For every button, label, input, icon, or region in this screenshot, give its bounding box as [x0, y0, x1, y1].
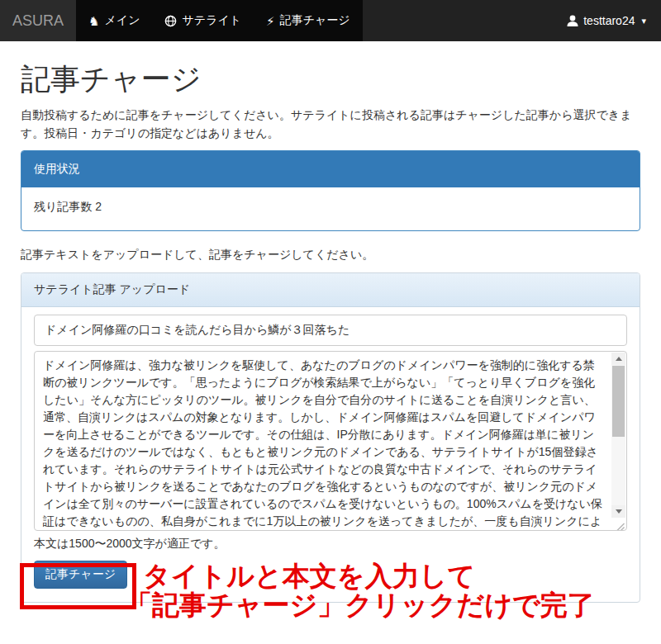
article-title-input[interactable] — [34, 315, 627, 346]
page: ASURA ♞ メイン サテライト ⚡ 記事チャージ — [0, 0, 661, 644]
main-content: 記事チャージ 自動投稿するために記事をチャージしてください。サテライトに投稿され… — [21, 62, 640, 603]
upload-panel-body: ドメイン阿修羅は、強力な被リンクを駆使して、あなたのブログのドメインパワーを強制… — [21, 307, 640, 602]
page-title: 記事チャージ — [21, 62, 640, 96]
user-name: testtaro24 — [583, 14, 635, 27]
nav-item-label: メイン — [104, 13, 140, 28]
knight-icon: ♞ — [88, 15, 99, 27]
upload-panel: サテライト記事 アップロード ドメイン阿修羅は、強力な被リンクを駆使して、あなた… — [21, 272, 640, 603]
body-length-hint: 本文は1500〜2000文字が適正です。 — [34, 535, 627, 552]
main-nav: ♞ メイン サテライト ⚡ 記事チャージ — [76, 0, 363, 41]
textarea-scrollbar[interactable] — [611, 353, 625, 518]
nav-item-satellite[interactable]: サテライト — [152, 0, 254, 41]
usage-panel: 使用状況 残り記事数 2 — [21, 150, 640, 231]
article-body-text: ドメイン阿修羅は、強力な被リンクを駆使して、あなたのブログのドメインパワーを強制… — [35, 352, 626, 530]
user-dropdown[interactable]: testtaro24 ▾ — [560, 0, 653, 41]
upload-panel-heading: サテライト記事 アップロード — [21, 273, 640, 307]
intro-text: 自動投稿するために記事をチャージしてください。サテライトに投稿される記事はチャー… — [21, 107, 640, 142]
globe-icon — [164, 15, 177, 27]
remaining-articles-count: 残り記事数 2 — [21, 187, 640, 230]
brand-link[interactable]: ASURA — [0, 0, 76, 41]
resize-grip-icon[interactable] — [616, 519, 625, 528]
user-icon — [567, 14, 578, 28]
nav-item-label: 記事チャージ — [280, 13, 350, 28]
upload-instruction-text: 記事テキストをアップロードして、記事をチャージしてください。 — [21, 246, 640, 263]
navbar: ASURA ♞ メイン サテライト ⚡ 記事チャージ — [0, 0, 661, 41]
article-body-textarea[interactable]: ドメイン阿修羅は、強力な被リンクを駆使して、あなたのブログのドメインパワーを強制… — [34, 351, 627, 531]
usage-panel-heading: 使用状況 — [21, 151, 640, 187]
nav-item-label: サテライト — [182, 13, 241, 28]
scrollbar-thumb[interactable] — [612, 366, 625, 437]
caret-down-icon: ▾ — [641, 16, 646, 26]
scroll-up-icon[interactable] — [611, 353, 625, 365]
nav-item-main[interactable]: ♞ メイン — [76, 0, 152, 41]
article-charge-button[interactable]: 記事チャージ — [34, 561, 127, 589]
scroll-down-icon[interactable] — [611, 505, 625, 518]
flash-icon: ⚡ — [266, 15, 275, 27]
nav-item-article-charge[interactable]: ⚡ 記事チャージ — [254, 0, 363, 41]
